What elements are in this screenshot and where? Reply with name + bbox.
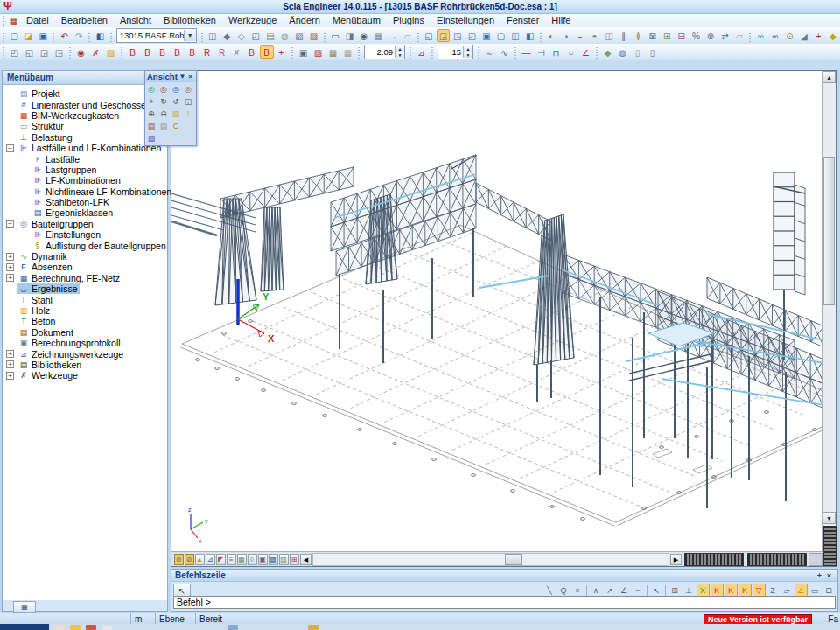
tree-item-bauteilgruppen[interactable]: −◎Bauteilgruppen — [3, 219, 167, 229]
folder-views-icon[interactable]: ▨ — [171, 108, 182, 120]
loadcase-active-icon[interactable]: B — [260, 46, 274, 59]
member-2d-icon[interactable]: ◑ — [559, 29, 573, 42]
scroll-left-button[interactable]: ◀ — [300, 554, 312, 565]
snap-plane-icon[interactable]: ▱ — [780, 584, 794, 597]
tree-item-bibliotheken[interactable]: +▤Bibliotheken — [3, 360, 167, 370]
taskbar-icon[interactable] — [54, 625, 65, 630]
toolbar-grip[interactable] — [52, 30, 55, 42]
cut-tool-icon[interactable]: % — [690, 29, 704, 42]
toolbar-grip[interactable] — [357, 46, 360, 59]
taskbar-icon[interactable] — [70, 625, 80, 630]
snap-grid-icon[interactable]: ⊞ — [668, 584, 682, 597]
tree-item-zeichnungswerkzeuge[interactable]: +⊿Zeichnungswerkzeuge — [3, 348, 167, 359]
close-icon[interactable]: × — [824, 571, 834, 580]
calendar-a-icon[interactable]: ▦ — [326, 46, 340, 59]
rotate-ccw-icon[interactable]: ↺ — [171, 96, 182, 108]
loadcase-0-icon[interactable]: B — [141, 46, 155, 59]
sphere-tool-icon[interactable]: ◍ — [278, 29, 292, 42]
ruler-a-icon[interactable]: ▯ — [631, 46, 645, 59]
scroll-right-button[interactable]: ▶ — [670, 554, 682, 565]
toolbar-grip[interactable] — [109, 30, 113, 42]
rotate-cw-icon[interactable]: ↻ — [158, 96, 170, 108]
scroll-down-button[interactable]: ▼ — [822, 512, 836, 524]
loadcase-dot-icon[interactable]: B — [245, 46, 259, 59]
expand-icon[interactable]: + — [6, 350, 14, 358]
cascade-2-icon[interactable]: ◱ — [23, 46, 37, 59]
calculator-icon[interactable]: ▦ — [372, 29, 386, 42]
dim-angle-icon[interactable]: ∠ — [579, 46, 593, 59]
loadcase-1-icon[interactable]: B — [156, 46, 170, 59]
save-file-icon[interactable]: ▣ — [36, 29, 50, 42]
dim-circle-icon[interactable]: ○ — [564, 46, 578, 59]
tree-item-ergebnisklassen[interactable]: ▤Ergebnisklassen — [3, 207, 167, 218]
move-tool-icon[interactable]: ◰ — [249, 29, 263, 42]
screenshot-icon[interactable]: ◉ — [357, 29, 371, 42]
clip-tab-2-icon[interactable]: ⊘ — [185, 554, 194, 565]
taskbar-icon[interactable] — [228, 625, 238, 630]
tree-item-dynamik[interactable]: +∿Dynamik — [3, 251, 167, 262]
loadcase-add-icon[interactable]: B — [126, 46, 140, 59]
toolbar-grip[interactable] — [200, 30, 204, 42]
expand-icon[interactable]: + — [6, 263, 14, 271]
toolbar-grip[interactable] — [88, 30, 91, 42]
crosshair-icon[interactable]: + — [275, 46, 289, 59]
toolbar-grip[interactable] — [409, 46, 412, 59]
undo-icon[interactable]: ↶ — [58, 29, 72, 42]
menu-bearbeiten[interactable]: Bearbeiten — [55, 14, 114, 27]
yellow-gem-icon[interactable]: ◆ — [826, 29, 840, 42]
snap-peak-icon[interactable]: ∧ — [590, 584, 603, 597]
layout-7-icon[interactable]: ◫ — [508, 29, 522, 42]
menu-hilfe[interactable]: Hilfe — [545, 14, 577, 27]
collapse-icon[interactable]: − — [6, 144, 14, 152]
menu-fenster[interactable]: Fenster — [500, 14, 545, 27]
tab-mesh-icon[interactable]: ▦ — [237, 554, 247, 565]
tree-item-linienraster-und-geschosse[interactable]: #Linienraster und Geschosse — [3, 99, 167, 109]
menubar-grip[interactable] — [2, 15, 5, 27]
member-1d-icon[interactable]: ◐ — [544, 29, 558, 42]
note-icon[interactable]: ▱ — [401, 29, 415, 42]
glasses-edit-icon[interactable]: ∞ — [768, 29, 782, 42]
tab-grid-red-icon[interactable]: ⊞ — [290, 554, 299, 565]
save-view-icon[interactable]: ▣ — [297, 46, 311, 59]
menu-bibliotheken[interactable]: Bibliotheken — [158, 14, 222, 27]
viewport-3d-model[interactable]: YXzyx — [172, 71, 822, 552]
cascade-4-icon[interactable]: ◳ — [52, 46, 66, 59]
menu-einstellungen[interactable]: Einstellungen — [430, 14, 500, 27]
tab-doc-icon[interactable]: ▣ — [258, 554, 268, 565]
layout-3-icon[interactable]: ◳ — [451, 29, 465, 42]
loadcase-hat-icon[interactable]: B — [171, 46, 185, 59]
tree-item-dokument[interactable]: ▤Dokument — [3, 327, 167, 338]
cube-view-icon[interactable]: ▧ — [146, 133, 158, 144]
folder-red-icon[interactable]: ▨ — [312, 46, 326, 59]
snap-node-3-icon[interactable]: K — [738, 584, 752, 597]
swap-tool-icon[interactable]: ⇄ — [718, 29, 732, 42]
toolbar-grip[interactable] — [748, 30, 752, 42]
snap-angle2-icon[interactable]: ∠ — [618, 584, 631, 597]
layout-6-icon[interactable]: ▢ — [494, 29, 508, 42]
glasses-view-icon[interactable]: ∞ — [754, 29, 768, 42]
snap-midpoint-icon[interactable]: ▽ — [752, 584, 766, 597]
cascade-3-icon[interactable]: ◲ — [38, 46, 52, 59]
pin-icon[interactable]: + — [815, 571, 824, 580]
corner-view-icon[interactable]: ◢ — [797, 29, 811, 42]
collapse-icon[interactable]: − — [6, 220, 14, 228]
layout-8-icon[interactable]: ◧ — [523, 29, 537, 42]
palette-menu-icon[interactable]: ▼ — [178, 73, 186, 80]
rotate-wheel-vertical[interactable] — [823, 526, 836, 566]
toolbar-grip[interactable] — [539, 30, 542, 42]
toolbar-grip[interactable] — [2, 46, 5, 59]
plane-tool-icon[interactable]: ▱ — [732, 29, 746, 42]
print-icon[interactable]: ▭ — [328, 29, 342, 42]
command-input[interactable]: Befehl > — [173, 596, 836, 609]
vertical-scroll-thumb[interactable] — [823, 157, 835, 305]
image-b-icon[interactable]: ▨ — [307, 29, 321, 42]
tab-list-icon[interactable]: ≡ — [227, 554, 236, 565]
dim-linear-icon[interactable]: ⊣ — [535, 46, 549, 59]
image-a-icon[interactable]: ▧ — [292, 29, 306, 42]
cascade-1-icon[interactable]: ◰ — [8, 46, 22, 59]
clipboard-icon[interactable]: ▤ — [263, 29, 277, 42]
toolbar-grip[interactable] — [68, 46, 72, 59]
tab-hatch-icon[interactable]: ▨ — [279, 554, 289, 565]
folder-open-icon[interactable]: ▨ — [104, 46, 118, 59]
tree-item-bim-werkzeugkasten[interactable]: ▦BIM-Werkzeugkasten — [3, 110, 167, 121]
